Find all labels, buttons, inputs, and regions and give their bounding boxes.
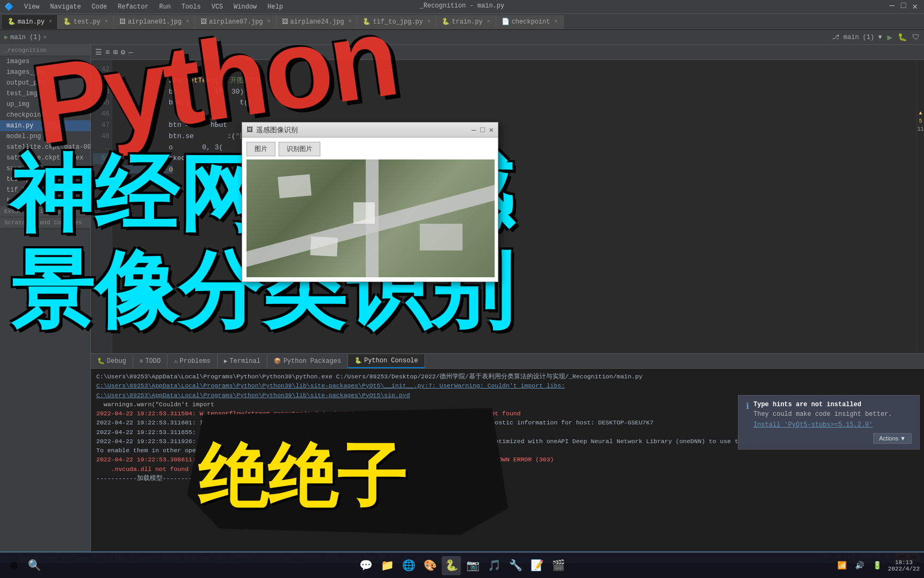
tab-todo[interactable]: ≡ TODO [133,354,167,368]
tab-python-console[interactable]: 🐍 Python Console [348,354,425,368]
tab-airplane01[interactable]: 🖼 airplane01.jpg × [114,15,195,29]
start-button[interactable]: ⊞ [4,556,24,575]
toolbar-grid-icon[interactable]: ⊞ [113,48,117,57]
tray-sound-icon[interactable]: 🔊 [853,560,866,571]
tab-train[interactable]: 🐍 train.py × [436,15,496,29]
taskbar-app-1[interactable]: 💬 [356,556,375,575]
tray-network-icon[interactable]: 📶 [835,560,849,571]
dialog-open-image-button[interactable]: 图片 [247,142,275,156]
sidebar-item-output-pic[interactable]: output_pic [0,78,90,88]
code-line-42: btn.setText("打开图片") [119,77,259,85]
tab-label: airplane07.jpg [209,18,263,26]
maximize-button[interactable]: □ [899,1,908,12]
dialog-recognize-button[interactable]: 识别图片 [279,142,320,156]
code-content[interactable]: btn.setText("打开图片") btn. 10, 30) btn.( t… [112,60,917,353]
run-config-label: ▶ main (1) × [4,33,47,41]
taskbar-app-7[interactable]: 🎵 [484,556,504,575]
sidebar-item-test-py[interactable]: test.py [0,174,90,185]
dialog-close-button[interactable]: ✕ [489,125,494,134]
run-icon[interactable]: ▶ [887,32,892,43]
sidebar-item-images-jpg[interactable]: images_jpg [0,67,90,78]
taskbar-app-5[interactable]: 🐍 [442,556,461,575]
terminal-tab-label: Terminal [229,358,260,365]
taskbar-app-6[interactable]: 📷 [463,556,482,575]
console-line-11: .nvcuda.dll not found [96,465,919,474]
tab-close-tif[interactable]: × [427,19,430,25]
tab-checkpoint[interactable]: 📄 checkpoint × [496,15,564,29]
tab-terminal[interactable]: ▶ Terminal [218,354,267,368]
menu-code[interactable]: Code [87,2,111,12]
run-config-close[interactable]: × [43,34,47,41]
tab-icon: 🐍 [7,18,16,26]
minimize-button[interactable]: — [887,1,897,12]
taskbar-app-2[interactable]: 📁 [378,556,397,575]
sidebar-item-main-py[interactable]: main.py [0,120,90,131]
sidebar-item-train-py[interactable]: train.py [0,195,90,206]
notification-link[interactable]: Install 'PyQt5-stubs>=5.15.2.0' [753,421,873,429]
taskbar: ⊞ 🔍 💬 📁 🌐 🎨 🐍 📷 🎵 🔧 📝 🎬 📶 🔊 🔋 18:13 2022… [0,552,924,578]
dialog-maximize-button[interactable]: □ [480,126,484,134]
dialog-minimize-button[interactable]: — [472,126,476,134]
menu-tools[interactable]: Tools [177,2,205,12]
sidebar-item-up-img[interactable]: up_img [0,99,90,110]
packages-tab-label: Python Packages [283,358,341,365]
tab-close-airplane07[interactable]: × [267,19,271,25]
notification-actions-button[interactable]: Actions ▼ [873,433,912,444]
sidebar-item-tif-to-jpg-py[interactable]: tif_to_jpg.py [0,185,90,195]
toolbar-structure-icon[interactable]: ≡ [105,48,110,57]
close-button[interactable]: ✕ [910,1,920,12]
menu-window[interactable]: Window [229,2,261,12]
tab-close-airplane01[interactable]: × [186,19,189,25]
menu-navigate[interactable]: Navigate [46,2,86,12]
tab-close-test[interactable]: × [105,19,108,25]
tab-close-airplane24[interactable]: × [348,19,351,25]
coverage-icon[interactable]: 🛡 [912,33,920,42]
toolbar-settings-icon[interactable]: ⚙ [121,48,125,57]
gutter-warning-2: 5 [919,118,922,124]
menu-refactor[interactable]: Refactor [113,2,153,12]
taskbar-app-4[interactable]: 🎨 [420,556,440,575]
sidebar-item-test-img[interactable]: test_img [0,88,90,99]
gutter-warning-1: ▲ [919,110,922,116]
toolbar-list-icon[interactable]: ☰ [95,48,102,57]
tab-python-packages[interactable]: 📦 Python Packages [267,354,348,368]
tab-debug[interactable]: 🐛 Debug [91,354,133,368]
taskbar-app-8[interactable]: 🔧 [506,556,525,575]
line-num-52: 52 [93,164,110,176]
dialog-titlebar[interactable]: 🖼 遥感图像识别 — □ ✕ [242,123,498,138]
tab-close-checkpoint[interactable]: × [555,19,558,25]
menu-run[interactable]: Run [155,2,175,12]
menu-vcs[interactable]: VCS [207,2,227,12]
menu-help[interactable]: Help [263,2,287,12]
taskbar-app-9[interactable]: 📝 [527,556,546,575]
taskbar-app-3[interactable]: 🌐 [399,556,418,575]
window-controls: — □ ✕ [887,1,920,12]
tab-airplane24[interactable]: 🖼 airplane24.jpg × [276,15,358,29]
tab-problems[interactable]: ⚠ Problems [167,354,217,368]
sidebar-item-ckpt-data[interactable]: satellite.ckpt.data-00000-of-0000 [0,142,90,153]
tab-test-py[interactable]: 🐍 test.py × [58,15,113,29]
taskbar-clock[interactable]: 18:13 2022/4/22 [888,559,920,572]
line-num-44: 44 [93,87,110,98]
tab-icon: 📄 [502,18,510,26]
search-button[interactable]: 🔍 [25,556,44,575]
sidebar-item-checkpoint[interactable]: checkpoint [0,110,90,120]
toolbar-collapse-icon[interactable]: — [128,48,133,57]
console-line-1[interactable]: C:\Users\89253\AppData\Local\Programs\Py… [96,381,919,390]
line-num-48: 48 [93,131,110,142]
sidebar-item-ckpt-index[interactable]: satellite.ckpt.index [0,153,90,163]
todo-tab-label: TODO [145,358,161,365]
taskbar-app-10[interactable]: 🎬 [549,556,568,575]
tab-close-main[interactable]: × [49,19,52,25]
tray-battery-icon[interactable]: 🔋 [871,560,884,571]
code-line-43: btn. 10, 30) [119,88,244,96]
debug-icon[interactable]: 🐛 [898,33,907,42]
menu-view[interactable]: View [20,2,44,12]
sidebar-item-save-py[interactable]: save.py [0,163,90,174]
tab-tif-to-jpg[interactable]: 🐍 tif_to_jpg.py × [357,15,436,29]
tab-main-py[interactable]: 🐍 main.py × [2,15,58,29]
sidebar-item-model-png[interactable]: model.png [0,131,90,142]
sidebar-item-images[interactable]: images [0,56,90,67]
tab-airplane07[interactable]: 🖼 airplane07.jpg × [195,15,276,29]
tab-close-train[interactable]: × [487,19,490,25]
